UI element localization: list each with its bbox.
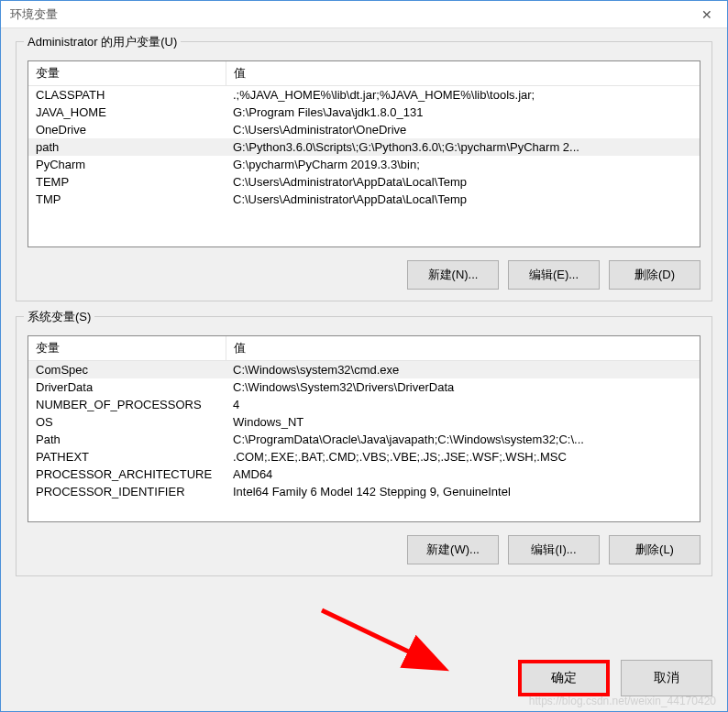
- user-header-value[interactable]: 值: [226, 61, 700, 86]
- user-button-row: 新建(N)... 编辑(E)... 删除(D): [28, 260, 700, 290]
- dialog-content: Administrator 的用户变量(U) 变量 值 CLASSPATH.;%…: [1, 28, 727, 711]
- table-row[interactable]: OneDriveC:\Users\Administrator\OneDrive: [28, 121, 700, 138]
- table-row[interactable]: OSWindows_NT: [28, 413, 700, 431]
- table-row[interactable]: DriverDataC:\Windows\System32\Drivers\Dr…: [28, 378, 700, 396]
- cell-variable-name: PyCharm: [28, 156, 226, 173]
- system-delete-button[interactable]: 删除(L): [609, 535, 700, 564]
- table-row[interactable]: pathG:\Python3.6.0\Scripts\;G:\Python3.6…: [28, 138, 700, 156]
- close-button[interactable]: ✕: [686, 1, 727, 28]
- title-bar: 环境变量 ✕: [1, 1, 727, 28]
- system-edit-button[interactable]: 编辑(I)...: [508, 535, 600, 564]
- cell-variable-value: G:\Program Files\Java\jdk1.8.0_131: [226, 104, 700, 121]
- cell-variable-name: TEMP: [28, 173, 226, 191]
- cell-variable-name: OneDrive: [28, 121, 226, 138]
- bottom-button-row: 确定 取消: [16, 651, 712, 696]
- cancel-button[interactable]: 取消: [621, 660, 712, 696]
- window-title: 环境变量: [10, 6, 58, 23]
- cell-variable-name: ComSpec: [28, 361, 226, 379]
- cell-variable-value: C:\Windows\System32\Drivers\DriverData: [226, 378, 700, 396]
- cell-variable-name: Path: [28, 431, 226, 448]
- cell-variable-value: .COM;.EXE;.BAT;.CMD;.VBS;.VBE;.JS;.JSE;.…: [226, 448, 700, 466]
- system-new-button[interactable]: 新建(W)...: [407, 535, 499, 564]
- cell-variable-name: OS: [28, 413, 226, 431]
- system-variables-group: 系统变量(S) 变量 值 ComSpecC:\Windows\system32\…: [16, 316, 712, 576]
- table-row[interactable]: TMPC:\Users\Administrator\AppData\Local\…: [28, 191, 700, 208]
- table-row[interactable]: PROCESSOR_ARCHITECTUREAMD64: [28, 466, 700, 483]
- cell-variable-value: C:\ProgramData\Oracle\Java\javapath;C:\W…: [226, 431, 700, 448]
- user-variables-group: Administrator 的用户变量(U) 变量 值 CLASSPATH.;%…: [16, 41, 712, 301]
- cell-variable-value: G:\pycharm\PyCharm 2019.3.3\bin;: [226, 156, 700, 173]
- cell-variable-value: C:\Users\Administrator\AppData\Local\Tem…: [226, 191, 700, 208]
- table-row[interactable]: ComSpecC:\Windows\system32\cmd.exe: [28, 361, 700, 379]
- close-icon: ✕: [701, 7, 712, 22]
- table-row[interactable]: PyCharmG:\pycharm\PyCharm 2019.3.3\bin;: [28, 156, 700, 173]
- cell-variable-name: CLASSPATH: [28, 86, 226, 104]
- ok-button[interactable]: 确定: [518, 660, 610, 696]
- table-row[interactable]: NUMBER_OF_PROCESSORS4: [28, 396, 700, 413]
- system-variables-table-container[interactable]: 变量 值 ComSpecC:\Windows\system32\cmd.exeD…: [28, 335, 700, 522]
- system-button-row: 新建(W)... 编辑(I)... 删除(L): [28, 535, 700, 564]
- cell-variable-name: DriverData: [28, 378, 226, 396]
- user-group-label: Administrator 的用户变量(U): [24, 34, 181, 50]
- user-edit-button[interactable]: 编辑(E)...: [508, 260, 600, 290]
- cell-variable-value: Intel64 Family 6 Model 142 Stepping 9, G…: [226, 483, 700, 500]
- user-header-name[interactable]: 变量: [28, 61, 226, 86]
- table-row[interactable]: TEMPC:\Users\Administrator\AppData\Local…: [28, 173, 700, 191]
- cell-variable-value: AMD64: [226, 466, 700, 483]
- env-vars-dialog: 环境变量 ✕ Administrator 的用户变量(U) 变量 值 CLASS…: [0, 0, 728, 712]
- user-variables-table-container[interactable]: 变量 值 CLASSPATH.;%JAVA_HOME%\lib\dt.jar;%…: [28, 60, 700, 247]
- cell-variable-name: NUMBER_OF_PROCESSORS: [28, 396, 226, 413]
- cell-variable-value: 4: [226, 396, 700, 413]
- cell-variable-name: PATHEXT: [28, 448, 226, 466]
- cell-variable-value: Windows_NT: [226, 413, 700, 431]
- table-row[interactable]: PathC:\ProgramData\Oracle\Java\javapath;…: [28, 431, 700, 448]
- table-row[interactable]: PROCESSOR_IDENTIFIERIntel64 Family 6 Mod…: [28, 483, 700, 500]
- cell-variable-value: C:\Users\Administrator\AppData\Local\Tem…: [226, 173, 700, 191]
- system-group-label: 系统变量(S): [24, 309, 94, 325]
- cell-variable-value: C:\Windows\system32\cmd.exe: [226, 361, 700, 379]
- cell-variable-value: G:\Python3.6.0\Scripts\;G:\Python3.6.0\;…: [226, 138, 700, 156]
- table-row[interactable]: CLASSPATH.;%JAVA_HOME%\lib\dt.jar;%JAVA_…: [28, 86, 700, 104]
- system-variables-table: 变量 值 ComSpecC:\Windows\system32\cmd.exeD…: [28, 336, 700, 500]
- system-header-name[interactable]: 变量: [28, 336, 226, 361]
- user-variables-table: 变量 值 CLASSPATH.;%JAVA_HOME%\lib\dt.jar;%…: [28, 61, 700, 208]
- user-new-button[interactable]: 新建(N)...: [407, 260, 499, 290]
- table-row[interactable]: JAVA_HOMEG:\Program Files\Java\jdk1.8.0_…: [28, 104, 700, 121]
- cell-variable-name: PROCESSOR_IDENTIFIER: [28, 483, 226, 500]
- cell-variable-value: .;%JAVA_HOME%\lib\dt.jar;%JAVA_HOME%\lib…: [226, 86, 700, 104]
- cell-variable-name: JAVA_HOME: [28, 104, 226, 121]
- cell-variable-name: path: [28, 138, 226, 156]
- cell-variable-name: PROCESSOR_ARCHITECTURE: [28, 466, 226, 483]
- table-row[interactable]: PATHEXT.COM;.EXE;.BAT;.CMD;.VBS;.VBE;.JS…: [28, 448, 700, 466]
- system-header-value[interactable]: 值: [226, 336, 700, 361]
- user-delete-button[interactable]: 删除(D): [609, 260, 700, 290]
- cell-variable-value: C:\Users\Administrator\OneDrive: [226, 121, 700, 138]
- cell-variable-name: TMP: [28, 191, 226, 208]
